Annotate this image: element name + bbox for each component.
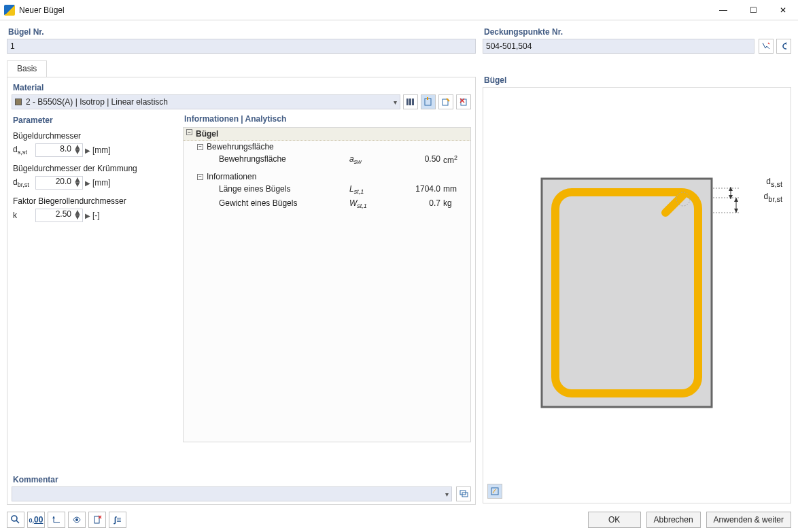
k-symbol: k [13, 211, 33, 220]
view-button[interactable] [68, 512, 86, 528]
bottom-bar: 0,00 ∫≡ OK Abbrechen Anwenden & weiter [7, 509, 791, 528]
annot-dbrst: dbr,st [764, 190, 782, 203]
deckungspunkte-label: Deckungspunkte Nr. [483, 26, 791, 39]
d-sst-symbol: ds,st [13, 145, 33, 156]
kommentar-edit-button[interactable] [456, 486, 471, 501]
coord-button[interactable] [48, 512, 65, 528]
material-new-button[interactable] [421, 94, 436, 109]
svg-rect-3 [412, 99, 414, 105]
svg-point-21 [12, 516, 17, 521]
d-sst-input[interactable]: 8.0▲▼ [35, 143, 83, 157]
material-value: 2 - B550S(A) | Isotrop | Linear elastisc… [26, 97, 168, 107]
k-step-button[interactable]: ▶ [85, 212, 90, 219]
info-tree: − Bügel − Bewehrungsfläche Bewehrungsflä… [183, 127, 471, 442]
d-brst-unit: [mm] [92, 178, 111, 188]
material-swatch-icon [15, 99, 22, 105]
collapse-icon[interactable]: − [186, 129, 192, 135]
preview-label: Bügel [483, 74, 791, 87]
ok-button[interactable]: OK [588, 512, 641, 528]
bugel-nr-label: Bügel Nr. [7, 26, 476, 39]
tree-group-informationen[interactable]: − Informationen [184, 171, 470, 183]
svg-rect-26 [94, 516, 99, 523]
kommentar-label: Kommentar [12, 474, 471, 486]
material-label: Material [12, 82, 471, 94]
tree-group-bewehrung[interactable]: − Bewehrungsfläche [184, 141, 470, 153]
reverse-icon-button[interactable] [776, 39, 791, 54]
pick-points-icon-button[interactable] [759, 39, 774, 54]
row-bewehrungsflache: Bewehrungsfläche asw 0.50 cm2 [184, 153, 470, 166]
d-brst-symbol: dbr,st [13, 177, 33, 188]
k-label: Faktor Biegerollendurchmesser [12, 196, 179, 209]
svg-rect-1 [406, 99, 409, 105]
d-sst-step-button[interactable]: ▶ [85, 147, 90, 154]
preview-canvas: ds,st dbr,st [483, 87, 791, 503]
d-brst-step-button[interactable]: ▶ [85, 179, 90, 187]
kommentar-combo[interactable]: ▾ [12, 486, 452, 501]
svg-line-22 [16, 520, 19, 523]
material-library-button[interactable] [403, 94, 418, 109]
k-input[interactable]: 2.50▲▼ [35, 209, 83, 222]
svg-rect-20 [491, 488, 498, 495]
svg-rect-2 [409, 99, 411, 105]
tree-root[interactable]: − Bügel [184, 128, 470, 141]
minimize-button[interactable]: — [708, 0, 738, 20]
svg-line-0 [768, 43, 769, 44]
units-button[interactable]: 0,00 [27, 512, 45, 528]
app-icon [4, 5, 15, 16]
collapse-icon[interactable]: − [197, 144, 203, 150]
tab-basis[interactable]: Basis [7, 60, 47, 77]
svg-point-25 [75, 518, 78, 521]
d-sst-unit: [mm] [92, 145, 111, 155]
svg-rect-6 [443, 99, 448, 105]
bugel-nr-input[interactable]: 1 [7, 39, 476, 54]
export-button[interactable] [88, 512, 106, 528]
close-button[interactable]: ✕ [768, 0, 798, 20]
collapse-icon[interactable]: − [197, 174, 203, 180]
window-title: Neuer Bügel [19, 5, 65, 15]
material-combo[interactable]: 2 - B550S(A) | Isotrop | Linear elastisc… [12, 94, 400, 109]
chevron-down-icon: ▾ [394, 99, 397, 106]
help-button[interactable] [7, 512, 24, 528]
deckungspunkte-input[interactable]: 504-501,504 [483, 39, 754, 54]
apply-next-button[interactable]: Anwenden & weiter [706, 512, 791, 528]
material-delete-button[interactable] [456, 94, 471, 109]
maximize-button[interactable]: ☐ [738, 0, 768, 20]
info-section-label: Informationen | Analytisch [183, 112, 471, 127]
d-sst-label: Bügeldurchmesser [12, 131, 179, 143]
preview-mode-button[interactable] [487, 484, 502, 499]
row-laenge: Länge eines Bügels Lst,1 1704.0 mm [184, 183, 470, 196]
annot-dsst: ds,st [766, 175, 782, 188]
d-brst-label: Bügeldurchmesser der Krümmung [12, 164, 179, 176]
k-unit: [-] [92, 211, 100, 220]
parameter-section-label: Parameter [12, 113, 179, 128]
d-brst-input[interactable]: 20.0▲▼ [35, 176, 83, 190]
cancel-button[interactable]: Abbrechen [646, 512, 701, 528]
svg-rect-12 [542, 179, 712, 407]
material-edit-button[interactable] [438, 94, 453, 109]
title-bar: Neuer Bügel — ☐ ✕ [0, 0, 798, 20]
function-button[interactable]: ∫≡ [109, 512, 126, 528]
row-gewicht: Gewicht eines Bügels Wst,1 0.7 kg [184, 197, 470, 211]
